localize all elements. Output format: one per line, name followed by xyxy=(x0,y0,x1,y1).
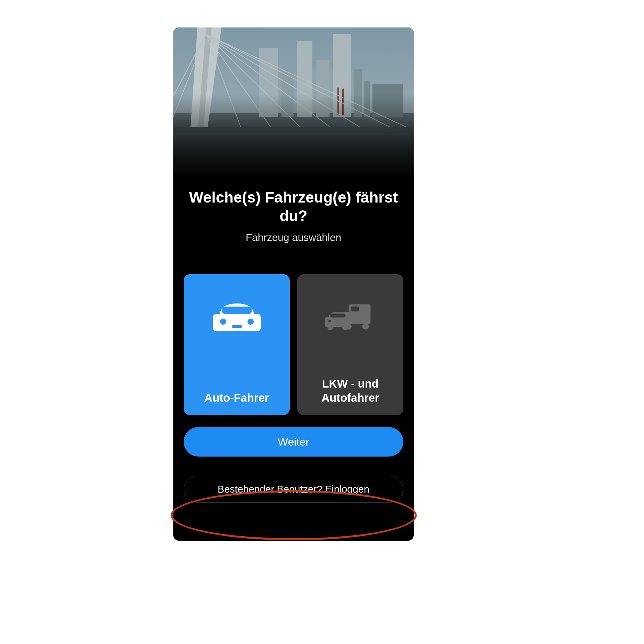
continue-button-label: Weiter xyxy=(278,436,309,448)
option-label: LKW - und Autofahrer xyxy=(304,377,396,405)
continue-button[interactable]: Weiter xyxy=(184,427,403,457)
svg-rect-27 xyxy=(232,325,242,328)
option-truck-and-car-driver[interactable]: LKW - und Autofahrer xyxy=(297,274,403,415)
svg-point-31 xyxy=(362,323,369,330)
login-button-label: Bestehender Benutzer? Einloggen xyxy=(218,484,369,495)
login-button[interactable]: Bestehender Benutzer? Einloggen xyxy=(184,476,403,503)
svg-rect-24 xyxy=(222,307,252,314)
option-label: Auto-Fahrer xyxy=(204,391,269,405)
hero-image xyxy=(173,27,414,175)
svg-rect-32 xyxy=(351,307,358,311)
vehicle-options: Auto-Fahrer xyxy=(184,274,403,415)
option-car-driver[interactable]: Auto-Fahrer xyxy=(184,274,290,415)
svg-point-26 xyxy=(248,319,254,325)
car-truck-icon xyxy=(323,295,378,340)
phone-screen: Welche(s) Fahrzeug(e) fährst du? Fahrzeu… xyxy=(173,27,414,541)
svg-rect-35 xyxy=(330,314,345,318)
content-area: Welche(s) Fahrzeug(e) fährst du? Fahrzeu… xyxy=(173,175,414,541)
svg-point-33 xyxy=(327,325,333,330)
car-icon xyxy=(209,295,264,340)
page-title: Welche(s) Fahrzeug(e) fährst du? xyxy=(184,188,403,225)
page-subtitle: Fahrzeug auswählen xyxy=(184,232,403,243)
svg-point-36 xyxy=(328,320,331,323)
svg-point-25 xyxy=(220,319,226,325)
svg-point-34 xyxy=(342,325,348,330)
